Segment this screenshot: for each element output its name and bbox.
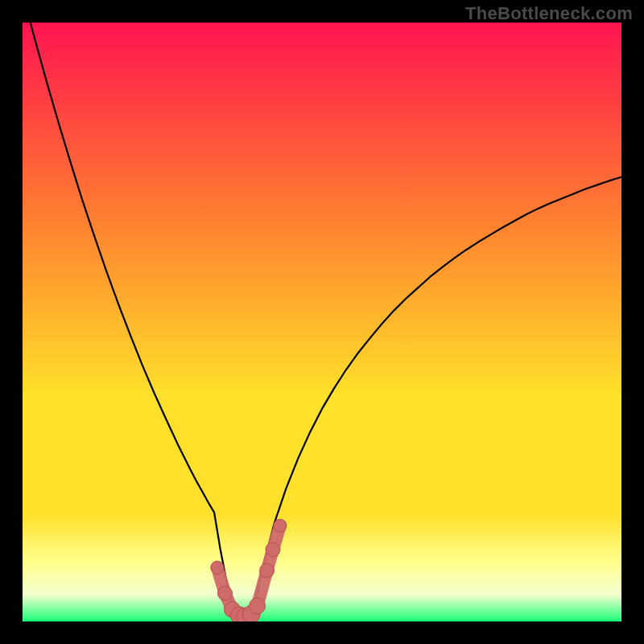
chart-background [23,23,621,621]
curve-marker [250,598,266,614]
curve-marker [266,543,280,557]
plot-area [23,23,621,621]
bottleneck-curve-chart [23,23,621,621]
chart-frame: TheBottleneck.com [0,0,644,644]
curve-marker [274,519,287,532]
watermark-text: TheBottleneck.com [465,3,633,24]
curve-marker [211,561,224,574]
curve-marker [217,586,232,601]
curve-marker [260,564,275,578]
